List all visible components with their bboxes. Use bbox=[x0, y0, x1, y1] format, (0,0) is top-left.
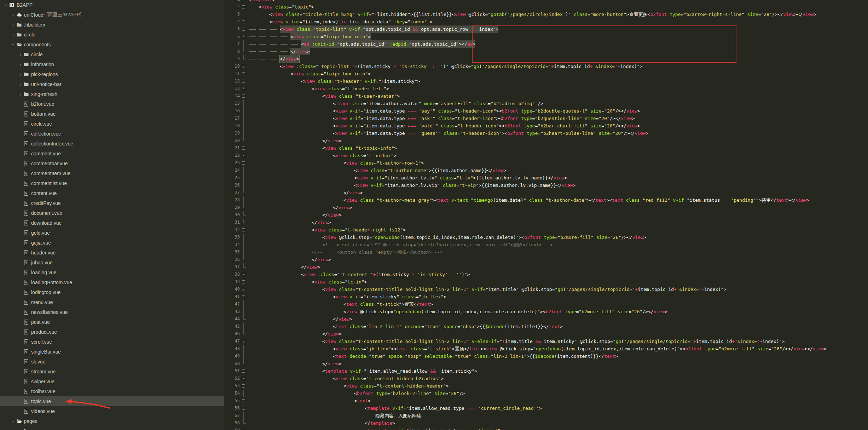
code-line-36[interactable]: 36</view> bbox=[224, 256, 868, 263]
tree-item-swiper.vue[interactable]: swiper.vue bbox=[0, 377, 224, 386]
code-line-44[interactable]: 44</view> bbox=[224, 315, 868, 323]
code-line-16[interactable]: 16<view v-if="item.data.type === 'say'" … bbox=[224, 107, 868, 115]
tree-item-post.vue[interactable]: post.vue bbox=[0, 317, 224, 327]
tree-item-product.vue[interactable]: product.vue bbox=[0, 327, 224, 337]
tree-item-circle[interactable]: ›circle bbox=[0, 30, 224, 40]
code-line-50[interactable]: 50</view> bbox=[224, 360, 868, 367]
fold-collapse-icon[interactable] bbox=[242, 405, 246, 412]
code-line-42[interactable]: 42<text class="t-stick">置顶</text> bbox=[224, 300, 868, 308]
fold-collapse-icon[interactable] bbox=[242, 427, 246, 430]
tree-item-newsflashes.vue[interactable]: newsflashes.vue bbox=[0, 307, 224, 317]
tree-item-commentItem.vue[interactable]: commentItem.vue bbox=[0, 168, 224, 178]
code-line-30[interactable]: 30</view> bbox=[224, 211, 868, 219]
tree-item-circle[interactable]: ›circle bbox=[0, 50, 224, 59]
code-line-5[interactable]: 5<view class="topic-list" v-if="opt.ads.… bbox=[224, 25, 868, 33]
chevron-right-icon[interactable]: › bbox=[17, 71, 23, 77]
tree-item-pages[interactable]: ›pages bbox=[0, 416, 224, 426]
code-line-20[interactable]: 20</view> bbox=[224, 137, 868, 144]
code-line-19[interactable]: 19<view v-if="item.data.type === 'guess'… bbox=[224, 130, 868, 137]
fold-collapse-icon[interactable] bbox=[242, 397, 246, 405]
code-line-43[interactable]: 43<view @click.stop="openJubao(item.topi… bbox=[224, 308, 868, 315]
code-line-33[interactable]: 33<view @click.stop="openJubao(item.topi… bbox=[224, 234, 868, 241]
chevron-right-icon[interactable]: › bbox=[17, 62, 23, 67]
code-line-51[interactable]: 51<template v-if="!item.allow_read.allow… bbox=[224, 367, 868, 375]
code-line-26[interactable]: 26<view v-if="item.author.lv.vip" class=… bbox=[224, 182, 868, 189]
tree-item-loadingBottom.vue[interactable]: loadingBottom.vue bbox=[0, 277, 224, 287]
tree-item-bottom.vue[interactable]: bottom.vue bbox=[0, 109, 224, 119]
code-line-18[interactable]: 18<view v-if="item.data.type === 'vote'"… bbox=[224, 122, 868, 130]
code-line-7[interactable]: 7<ad :unit-id="opt.ads.topic_id" :adpid=… bbox=[224, 40, 868, 48]
chevron-down-icon[interactable]: › bbox=[10, 42, 16, 48]
chevron-right-icon[interactable]: › bbox=[10, 32, 16, 38]
tree-item-document.vue[interactable]: document.vue bbox=[0, 208, 224, 218]
tree-item-partial[interactable]: › bbox=[0, 426, 224, 430]
code-line-34[interactable]: 34<!-- <text class="c9" @click.stop="del… bbox=[224, 241, 868, 248]
chevron-right-icon[interactable]: › bbox=[17, 428, 23, 430]
fold-collapse-icon[interactable] bbox=[242, 70, 246, 78]
fold-collapse-icon[interactable] bbox=[242, 25, 246, 33]
tree-item-gujia.vue[interactable]: gujia.vue bbox=[0, 238, 224, 248]
fold-collapse-icon[interactable] bbox=[242, 159, 246, 167]
code-line-45[interactable]: 45<text class="lin-2 lin-1" decode="true… bbox=[224, 323, 868, 330]
code-line-55[interactable]: 55<text> bbox=[224, 397, 868, 405]
fold-collapse-icon[interactable] bbox=[242, 3, 246, 11]
code-editor[interactable]: 1<template>2<view class="topic">3<view c… bbox=[224, 0, 868, 430]
code-line-29[interactable]: 29</view> bbox=[224, 204, 868, 211]
code-line-39[interactable]: 39<view class="tc-in"> bbox=[224, 278, 868, 286]
chevron-down-icon[interactable]: › bbox=[10, 418, 16, 424]
fold-collapse-icon[interactable] bbox=[242, 152, 246, 159]
tree-item-comment.vue[interactable]: comment.vue bbox=[0, 149, 224, 159]
code-line-40[interactable]: 40<view class="t-content-titlle bold-lig… bbox=[224, 286, 868, 293]
code-line-56[interactable]: 56<template v-if="item.allow_read.type =… bbox=[224, 405, 868, 412]
code-line-3[interactable]: 3<view class="circle-title b2mg" v-if="!… bbox=[224, 11, 868, 18]
fold-collapse-icon[interactable] bbox=[242, 375, 246, 382]
code-line-11[interactable]: 11<view class="toipc-box-info"> bbox=[224, 70, 868, 78]
tree-item-menu.vue[interactable]: menu.vue bbox=[0, 297, 224, 307]
code-line-23[interactable]: 23<view class="t-author-row-1"> bbox=[224, 159, 868, 167]
fold-collapse-icon[interactable] bbox=[242, 18, 246, 25]
tree-item-pick-regions[interactable]: ›pick-regions bbox=[0, 69, 224, 79]
tree-item-gold.vue[interactable]: gold.vue bbox=[0, 228, 224, 238]
tree-item-collectionIndex.vue[interactable]: collectionIndex.vue bbox=[0, 139, 224, 149]
code-line-58[interactable]: 58</template> bbox=[224, 419, 868, 427]
tree-item-scroll.vue[interactable]: scroll.vue bbox=[0, 337, 224, 347]
tree-item-commentbar.vue[interactable]: commentbar.vue bbox=[0, 159, 224, 168]
code-line-9[interactable]: 9</view> bbox=[224, 55, 868, 63]
code-line-21[interactable]: 21<view class="t-topic-info"> bbox=[224, 144, 868, 152]
chevron-right-icon[interactable]: › bbox=[10, 22, 16, 28]
code-line-6[interactable]: 6<view class="toipc-box-info"> bbox=[224, 33, 868, 40]
code-line-4[interactable]: 4<view v-for="(item,index) in list.data.… bbox=[224, 18, 868, 25]
fold-collapse-icon[interactable] bbox=[242, 226, 246, 234]
tree-item-uniCloud[interactable]: ›uniCloud - [阿里云:B2APP] bbox=[0, 10, 224, 20]
tree-item-loading.vue[interactable]: loading.vue bbox=[0, 268, 224, 277]
code-line-24[interactable]: 24<view class="t-author-name">{{item.aut… bbox=[224, 167, 868, 174]
chevron-right-icon[interactable]: › bbox=[17, 52, 23, 57]
code-line-41[interactable]: 41<view v-if="item.sticky" class="jh-fle… bbox=[224, 293, 868, 300]
code-line-13[interactable]: 13<view class="t-header-left"> bbox=[224, 85, 868, 92]
fold-collapse-icon[interactable] bbox=[242, 367, 246, 375]
fold-collapse-icon[interactable] bbox=[242, 78, 246, 85]
chevron-right-icon[interactable]: › bbox=[17, 91, 23, 97]
code-line-10[interactable]: 10<view :class="'topic-list '+(item.stic… bbox=[224, 63, 868, 70]
fold-collapse-icon[interactable] bbox=[242, 33, 246, 40]
tree-item-b2font.vue[interactable]: b2font.vue bbox=[0, 99, 224, 109]
tree-item-header.vue[interactable]: header.vue bbox=[0, 248, 224, 258]
fold-collapse-icon[interactable] bbox=[242, 271, 246, 278]
tree-item-commentlist.vue[interactable]: commentlist.vue bbox=[0, 178, 224, 188]
code-line-12[interactable]: 12<view class="t-header" v-if="!item.sti… bbox=[224, 78, 868, 85]
fold-collapse-icon[interactable] bbox=[242, 63, 246, 70]
chevron-right-icon[interactable]: › bbox=[17, 81, 23, 87]
fold-collapse-icon[interactable] bbox=[242, 92, 246, 100]
code-line-8[interactable]: 8</view> bbox=[224, 48, 868, 55]
code-line-1[interactable]: 1<template> bbox=[224, 0, 868, 3]
code-line-17[interactable]: 17<view v-if="item.data.type === 'ask'" … bbox=[224, 115, 868, 122]
code-line-32[interactable]: 32<view class="t-header-right fs12"> bbox=[224, 226, 868, 234]
tree-item-infomation[interactable]: ›infomation bbox=[0, 59, 224, 69]
chevron-right-icon[interactable]: › bbox=[10, 12, 16, 18]
code-line-35[interactable]: 35<!-- <button class="empty">编辑</button>… bbox=[224, 248, 868, 256]
code-line-25[interactable]: 25<view v-if="item.author.lv.lv" class="… bbox=[224, 174, 868, 182]
code-line-57[interactable]: 57隐藏内容，入圈后阅读 bbox=[224, 412, 868, 419]
code-line-54[interactable]: 54<b2font type="b2lock-2-line" size="28"… bbox=[224, 390, 868, 397]
fold-collapse-icon[interactable] bbox=[242, 293, 246, 300]
tree-item-creditPay.vue[interactable]: creditPay.vue bbox=[0, 198, 224, 208]
